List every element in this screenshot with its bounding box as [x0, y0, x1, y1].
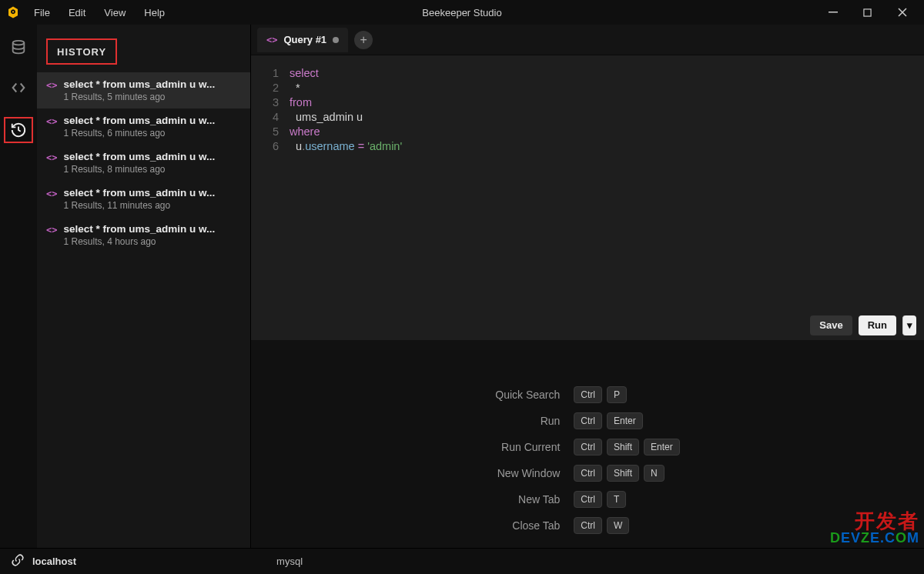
line-number: 2 — [251, 81, 290, 95]
new-tab-button[interactable]: + — [354, 31, 373, 49]
kbd-key: Ctrl — [574, 386, 602, 403]
shortcut-keys: CtrlW — [574, 517, 679, 534]
shortcut-keys: CtrlEnter — [574, 412, 679, 429]
run-button[interactable]: Run — [859, 315, 896, 335]
history-item-title: select * from ums_admin u w... — [63, 223, 215, 235]
shortcut-label: Run — [495, 415, 560, 427]
kbd-key: Shift — [607, 465, 639, 482]
activity-rail — [0, 25, 37, 548]
sidebar-header: HISTORY — [46, 38, 241, 65]
history-list: <> select * from ums_admin u w... 1 Resu… — [37, 72, 250, 253]
history-item[interactable]: <> select * from ums_admin u w... 1 Resu… — [37, 72, 250, 108]
shortcut-label: New Tab — [495, 493, 560, 506]
minimize-button[interactable] — [815, 0, 850, 25]
code-icon: <> — [46, 189, 57, 211]
rail-history-icon[interactable] — [4, 117, 33, 143]
app-logo-icon — [6, 5, 20, 19]
code-icon: <> — [46, 152, 57, 175]
kbd-key: P — [607, 386, 627, 403]
history-item-subtitle: 1 Results, 11 minutes ago — [63, 200, 215, 211]
connection-icon — [11, 553, 25, 569]
line-number: 3 — [251, 95, 290, 110]
line-number: 1 — [251, 66, 290, 81]
tabs-row: <> Query #1 + — [251, 25, 924, 55]
history-item-subtitle: 1 Results, 4 hours ago — [63, 236, 215, 247]
shortcut-keys: CtrlShiftEnter — [574, 439, 679, 456]
history-item-title: select * from ums_admin u w... — [63, 187, 215, 199]
history-item-title: select * from ums_admin u w... — [63, 78, 215, 90]
status-engine: mysql — [276, 556, 303, 567]
shortcut-keys: CtrlT — [574, 491, 679, 508]
run-dropdown-button[interactable]: ▾ — [902, 315, 916, 335]
editor-area: <> Query #1 + 1select2 *3from4 ums_admin… — [250, 25, 924, 548]
history-item-subtitle: 1 Results, 8 minutes ago — [63, 164, 215, 175]
sql-editor[interactable]: 1select2 *3from4 ums_admin u5where6 u.us… — [251, 55, 924, 309]
rail-database-icon[interactable] — [8, 37, 29, 58]
svg-point-2 — [13, 41, 25, 45]
kbd-key: Ctrl — [574, 491, 602, 508]
svg-rect-1 — [864, 8, 871, 15]
menu-view[interactable]: View — [95, 2, 135, 23]
maximize-button[interactable] — [850, 0, 885, 25]
shortcut-label: Run Current — [495, 441, 560, 453]
shortcut-keys: CtrlP — [574, 386, 679, 403]
kbd-key: T — [607, 491, 626, 508]
tab-label: Query #1 — [283, 34, 326, 45]
save-button[interactable]: Save — [810, 315, 852, 335]
shortcut-label: Close Tab — [495, 519, 560, 532]
svg-rect-0 — [829, 12, 838, 13]
sidebar-header-label: HISTORY — [57, 46, 106, 58]
shortcut-label: New Window — [495, 467, 560, 479]
history-item-subtitle: 1 Results, 6 minutes ago — [63, 128, 215, 138]
tab-query-1[interactable]: <> Query #1 — [257, 28, 348, 52]
history-item[interactable]: <> select * from ums_admin u w... 1 Resu… — [37, 217, 250, 253]
history-item-title: select * from ums_admin u w... — [63, 151, 215, 162]
menu-edit[interactable]: Edit — [59, 2, 95, 23]
kbd-key: Ctrl — [574, 412, 602, 429]
menu-help[interactable]: Help — [135, 2, 174, 23]
kbd-key: Enter — [607, 412, 643, 429]
history-item-subtitle: 1 Results, 5 minutes ago — [63, 92, 215, 102]
history-item-title: select * from ums_admin u w... — [63, 115, 215, 126]
code-icon: <> — [266, 35, 277, 45]
kbd-key: Ctrl — [574, 465, 602, 482]
status-host[interactable]: localhost — [32, 556, 76, 567]
window-controls — [815, 0, 919, 25]
shortcut-hints: Quick SearchCtrlPRunCtrlEnterRun Current… — [495, 386, 679, 534]
kbd-key: Ctrl — [574, 439, 602, 456]
kbd-key: Enter — [644, 439, 680, 456]
titlebar: File Edit View Help Beekeeper Studio — [0, 0, 924, 25]
rail-query-icon[interactable] — [8, 77, 29, 98]
kbd-key: Ctrl — [574, 517, 602, 534]
line-number: 6 — [251, 139, 290, 154]
line-number: 4 — [251, 110, 290, 125]
menu-bar: File Edit View Help — [25, 2, 174, 23]
shortcut-label: Quick Search — [495, 389, 560, 401]
history-item[interactable]: <> select * from ums_admin u w... 1 Resu… — [37, 181, 250, 217]
menu-file[interactable]: File — [25, 2, 59, 23]
history-sidebar: HISTORY <> select * from ums_admin u w..… — [37, 25, 250, 548]
kbd-key: W — [607, 517, 629, 534]
code-icon: <> — [46, 116, 57, 138]
window-title: Beekeeper Studio — [422, 7, 501, 18]
line-number: 5 — [251, 125, 290, 139]
kbd-key: N — [644, 465, 665, 482]
editor-actions: Save Run ▾ — [251, 309, 924, 340]
kbd-key: Shift — [607, 439, 639, 456]
history-item[interactable]: <> select * from ums_admin u w... 1 Resu… — [37, 145, 250, 181]
tab-dirty-indicator — [333, 37, 339, 43]
shortcut-keys: CtrlShiftN — [574, 465, 679, 482]
code-icon: <> — [46, 80, 57, 102]
code-icon: <> — [46, 225, 57, 247]
results-pane: Quick SearchCtrlPRunCtrlEnterRun Current… — [251, 340, 924, 548]
statusbar: localhost mysql — [0, 548, 924, 574]
close-button[interactable] — [885, 0, 919, 25]
history-item[interactable]: <> select * from ums_admin u w... 1 Resu… — [37, 108, 250, 145]
